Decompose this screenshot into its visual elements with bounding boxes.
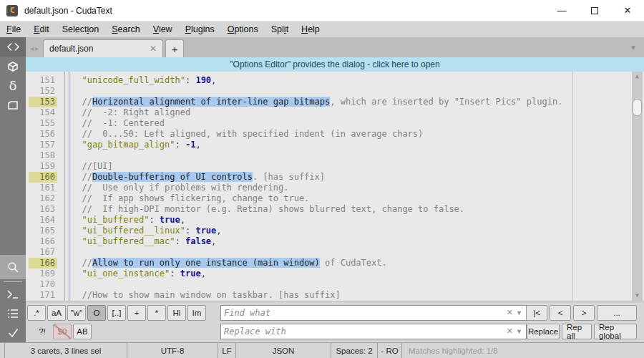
find-option-x[interactable]: * [147,305,166,321]
code-line-169[interactable]: 169 "ui_one_instance": true, [26,268,644,279]
tab-nav-arrows-icon[interactable]: ◂▸ [30,44,40,52]
menu-item-file[interactable]: File [0,23,27,36]
line-number[interactable]: 161 [29,183,57,193]
menu-item-view[interactable]: View [147,23,179,36]
code-line-153[interactable]: 153 //Horizontal alignment of inter-line… [26,97,644,107]
package-icon[interactable] [0,57,26,76]
tab-close-icon[interactable]: ✕ [150,44,157,54]
list-icon[interactable] [0,304,26,323]
find-history-dropdown-icon[interactable]: ▼ [516,309,522,316]
find-option-x[interactable]: ?! [33,324,52,339]
code-line-159[interactable]: 159 //[UI] [26,161,644,172]
code-line-163[interactable]: 163 // If high-DPI monitor (e.g. Retina)… [26,204,644,215]
code-line-156[interactable]: 156 // 0...50: Left aligned, with specif… [26,129,644,140]
replace-button[interactable]: Replace [527,324,560,339]
code-icon[interactable] [0,37,26,57]
find-option-x[interactable]: [..] [107,305,126,321]
line-number[interactable]: 151 [29,75,57,86]
code-line-168[interactable]: 168 //Allow to run only one instance (ma… [26,258,644,268]
line-number[interactable]: 153 [29,97,57,107]
code-line-157[interactable]: 157 "gap_bitmap_align": -1, [26,140,644,150]
find-next-button[interactable]: > [573,305,595,321]
find-more-button[interactable]: ... [597,305,637,321]
status-cell-1[interactable]: UTF-8 [127,343,218,358]
menu-item-edit[interactable]: Edit [27,23,56,36]
code-line-171[interactable]: 171 //How to show main window on taskbar… [26,290,644,301]
line-number[interactable]: 157 [29,140,57,150]
code-line-158[interactable]: 158 [26,150,644,161]
status-cell-5[interactable]: - RO [378,343,402,358]
menu-item-plugins[interactable]: Plugins [179,23,221,36]
tab-list-dropdown-icon[interactable]: ▼ [630,44,637,52]
vertical-scrollbar[interactable]: ▲ ▼ [632,72,643,301]
terminal-icon[interactable] [0,284,26,304]
check-icon[interactable] [0,323,26,342]
code-line-155[interactable]: 155 // -1: Centered [26,118,644,129]
line-number[interactable]: 162 [29,193,57,204]
status-cell-3[interactable]: JSON [236,343,331,358]
close-button[interactable]: ✕ [611,0,644,21]
menu-item-options[interactable]: Options [221,23,265,36]
code-line-152[interactable]: 152 [26,86,644,97]
menu-item-selection[interactable]: Selection [56,23,105,36]
scrollbar-thumb[interactable] [633,99,642,116]
scroll-down-icon[interactable]: ▼ [632,291,643,301]
line-number[interactable]: 163 [29,204,57,215]
line-number[interactable]: 155 [29,118,57,129]
code-editor[interactable]: 151 "unicode_full_width": 190,152153 //H… [26,72,644,301]
find-option-x[interactable]: + [127,305,146,321]
folder-icon[interactable] [0,95,26,115]
line-number[interactable]: 168 [29,258,57,268]
menu-item-help[interactable]: Help [295,23,326,36]
replace-clear-icon[interactable]: ✕ [507,326,513,336]
find-option-xwx[interactable]: "w" [67,305,86,321]
new-tab-button[interactable]: + [165,39,184,57]
find-option-ab[interactable]: AB [73,324,92,339]
line-number[interactable]: 154 [29,107,57,118]
options-editor-banner[interactable]: "Options Editor" provides the dialog - c… [26,57,644,72]
find-option-x0[interactable]: $0 [53,324,72,339]
maximize-button[interactable] [578,0,611,21]
line-number[interactable]: 164 [29,215,57,226]
search-icon[interactable] [0,255,26,279]
find-clear-icon[interactable]: ✕ [507,308,513,317]
line-number[interactable]: 156 [29,129,57,140]
code-line-151[interactable]: 151 "unicode_full_width": 190, [26,75,644,86]
line-number[interactable]: 169 [29,268,57,279]
status-cell-0[interactable]: 3 carets, 3 lines sel [5,343,127,358]
replace-all-button[interactable]: Rep all [562,324,592,339]
find-prev-button[interactable]: < [550,305,571,321]
line-number[interactable]: 160 [29,172,57,183]
find-option-hi[interactable]: Hi [167,305,186,321]
menu-item-split[interactable]: Split [265,23,295,36]
tab-default-json[interactable]: default.json ✕ [43,39,163,57]
find-option-x[interactable]: .* [27,305,46,321]
line-number[interactable]: 165 [29,226,57,236]
replace-input[interactable] [224,324,503,339]
code-line-161[interactable]: 161 // Use only if problems with renderi… [26,183,644,193]
code-line-166[interactable]: 166 "ui_buffered__mac": false, [26,236,644,247]
find-option-im[interactable]: Im [187,305,206,321]
code-line-167[interactable]: 167 [26,247,644,258]
code-line-162[interactable]: 162 // If app shows flickering, change t… [26,193,644,204]
status-cell-4[interactable]: Spaces: 2 [331,343,378,358]
status-cell-6[interactable]: Matches highlighted: 1/8 [402,343,644,358]
find-input[interactable] [224,306,503,320]
line-number[interactable]: 167 [29,247,57,258]
menu-item-search[interactable]: Search [105,23,147,36]
line-number[interactable]: 158 [29,150,57,161]
code-line-170[interactable]: 170 [26,279,644,290]
find-first-button[interactable]: |< [526,305,547,321]
minimize-button[interactable]: — [545,0,578,21]
find-option-o[interactable]: O [87,305,106,321]
line-number[interactable]: 170 [29,279,57,290]
replace-history-dropdown-icon[interactable]: ▼ [516,328,522,335]
code-line-164[interactable]: 164 "ui_buffered": true, [26,215,644,226]
line-number[interactable]: 171 [29,290,57,301]
line-number[interactable]: 166 [29,236,57,247]
code-line-165[interactable]: 165 "ui_buffered__linux": true, [26,226,644,236]
code-line-154[interactable]: 154 // -2: Right aligned [26,107,644,118]
delta-icon[interactable]: δ [0,76,26,95]
scroll-up-icon[interactable]: ▲ [632,72,643,82]
code-line-160[interactable]: 160 //Double-buffering of UI controls. [… [26,172,644,183]
